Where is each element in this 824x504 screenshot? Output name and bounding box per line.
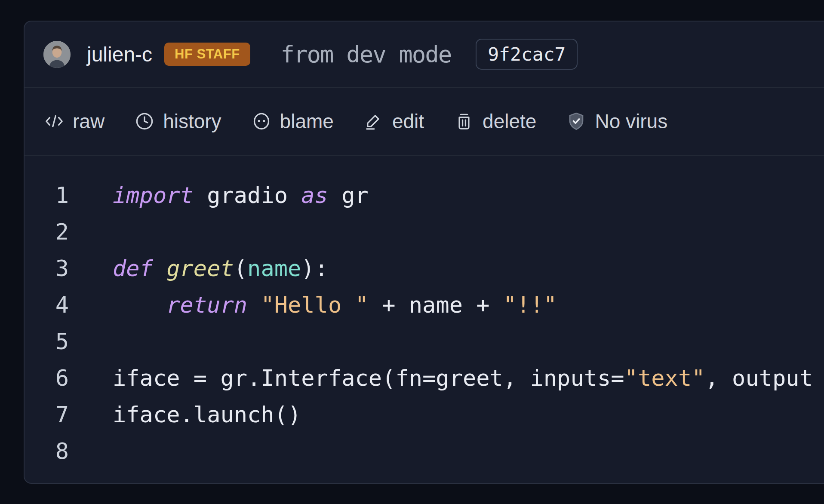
code-line: 6iface = gr.Interface(fn=greet, inputs="…: [25, 360, 824, 396]
avatar[interactable]: [43, 41, 71, 68]
code-lines: 1import gradio as gr23def greet(name):4 …: [25, 177, 824, 470]
code-text: import gradio as gr: [113, 177, 369, 214]
code-line: 7iface.launch(): [25, 396, 824, 433]
trash-icon: [454, 111, 474, 131]
code-icon: [44, 111, 64, 131]
line-number[interactable]: 2: [25, 214, 69, 250]
delete-button[interactable]: delete: [454, 110, 536, 133]
blame-button[interactable]: blame: [252, 110, 334, 133]
code-line: 1import gradio as gr: [25, 177, 824, 214]
code-text: iface = gr.Interface(fn=greet, inputs="t…: [113, 360, 813, 396]
line-number[interactable]: 5: [25, 323, 69, 360]
commit-hash[interactable]: 9f2cac7: [476, 39, 578, 70]
line-number[interactable]: 1: [25, 177, 69, 214]
avatar-portrait: [43, 41, 71, 68]
commit-header: julien-c HF STAFF from dev mode 9f2cac7: [25, 22, 824, 88]
code-viewer: 1import gradio as gr23def greet(name):4 …: [25, 156, 824, 470]
code-text: def greet(name):: [113, 250, 328, 287]
code-line: 3def greet(name):: [25, 250, 824, 287]
shield-check-icon: [566, 111, 586, 131]
line-number[interactable]: 3: [25, 250, 69, 287]
virus-scan-status[interactable]: No virus: [566, 110, 667, 133]
edit-button[interactable]: edit: [364, 110, 424, 133]
history-button[interactable]: history: [135, 110, 221, 133]
raw-button[interactable]: raw: [44, 110, 105, 133]
file-toolbar: raw history blame edit: [25, 88, 824, 156]
code-line: 4 return "Hello " + name + "!!": [25, 287, 824, 323]
line-number[interactable]: 8: [25, 433, 69, 470]
username[interactable]: julien-c: [87, 43, 152, 66]
line-number[interactable]: 6: [25, 360, 69, 396]
hf-staff-badge: HF STAFF: [164, 43, 250, 66]
commit-message[interactable]: from dev mode: [281, 41, 452, 68]
history-label: history: [163, 110, 221, 133]
delete-label: delete: [483, 110, 536, 133]
smiley-icon: [252, 111, 271, 131]
code-text: return "Hello " + name + "!!": [113, 287, 557, 323]
blame-label: blame: [280, 110, 334, 133]
edit-label: edit: [392, 110, 424, 133]
line-number[interactable]: 7: [25, 396, 69, 433]
code-text: iface.launch(): [113, 396, 301, 433]
file-viewer-card: julien-c HF STAFF from dev mode 9f2cac7 …: [24, 21, 824, 484]
raw-label: raw: [73, 110, 105, 133]
clock-icon: [135, 111, 154, 131]
code-line: 8: [25, 433, 824, 470]
pencil-icon: [364, 111, 384, 131]
code-line: 2: [25, 214, 824, 250]
code-line: 5: [25, 323, 824, 360]
line-number[interactable]: 4: [25, 287, 69, 323]
virus-scan-label: No virus: [595, 110, 667, 133]
